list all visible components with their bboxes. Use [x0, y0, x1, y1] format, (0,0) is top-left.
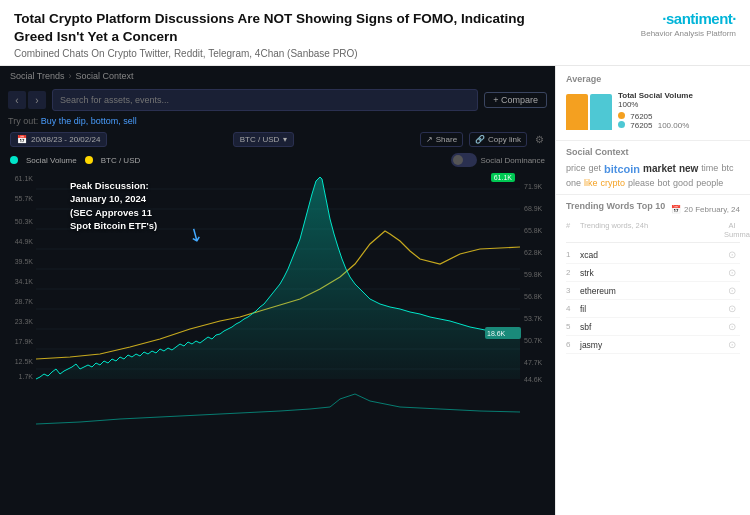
trending-title: Trending Words Top 10 — [566, 201, 665, 211]
link-icon: 🔗 — [475, 135, 485, 144]
try-out-bar: Try out: Buy the dip, bottom, sell — [0, 114, 555, 128]
sw-bot[interactable]: bot — [658, 178, 671, 188]
sw-price[interactable]: price — [566, 163, 586, 175]
svg-text:55.7K: 55.7K — [15, 195, 34, 202]
trending-header: Trending Words Top 10 📅 20 February, 24 — [566, 201, 740, 217]
chart-actions: ↗ Share 🔗 Copy link ⚙ — [420, 132, 545, 147]
avg-bars — [566, 90, 612, 130]
social-context-section: Social Context price get bitcoin market … — [556, 141, 750, 195]
dot-cyan — [618, 121, 625, 128]
chart-date-range[interactable]: 📅 20/08/23 - 20/02/24 — [10, 132, 107, 147]
svg-text:39.5K: 39.5K — [15, 258, 34, 265]
legend-btcusd-dot — [85, 156, 93, 164]
calendar-icon: 📅 — [17, 135, 27, 144]
share-label: Share — [436, 135, 457, 144]
tr-num-3: 3 — [566, 286, 580, 295]
trending-row-3: 3 ethereum ⊙ — [566, 282, 740, 300]
trending-row-2: 2 strk ⊙ — [566, 264, 740, 282]
sw-market[interactable]: market — [643, 163, 676, 175]
tr-icon-2[interactable]: ⊙ — [724, 267, 740, 278]
compare-button[interactable]: + Compare — [484, 92, 547, 108]
chart-pair[interactable]: BTC / USD ▾ — [233, 132, 295, 147]
settings-icon[interactable]: ⚙ — [533, 134, 545, 146]
average-section: Average Total Social Volume 100% 76205 7… — [556, 66, 750, 141]
legend-left: Social Volume BTC / USD — [10, 156, 140, 165]
sw-people[interactable]: people — [696, 178, 723, 188]
sw-please[interactable]: please — [628, 178, 655, 188]
annotation-peak-label: Peak Discussion: — [70, 180, 149, 191]
brand-name: santiment — [666, 10, 732, 27]
peak-value-badge: 61.1K — [491, 173, 515, 182]
breadcrumb-social-trends[interactable]: Social Trends — [10, 71, 65, 81]
sw-get[interactable]: get — [589, 163, 602, 175]
svg-text:62.8K: 62.8K — [524, 249, 543, 256]
mini-chart — [0, 389, 555, 429]
avg-info: Total Social Volume 100% 76205 76205 100… — [618, 91, 693, 130]
nav-back-button[interactable]: ‹ — [8, 91, 26, 109]
sw-crypto[interactable]: crypto — [601, 178, 626, 188]
annotation-detail: January 10, 2024(SEC Approves 11Spot Bit… — [70, 193, 157, 231]
chart-legend: Social Volume BTC / USD Social Dominance — [0, 151, 555, 169]
tr-num-5: 5 — [566, 322, 580, 331]
tr-icon-1[interactable]: ⊙ — [724, 249, 740, 260]
trending-columns: # Trending words, 24h AI Summary — [566, 221, 740, 243]
tr-icon-4[interactable]: ⊙ — [724, 303, 740, 314]
tr-word-4[interactable]: fil — [580, 304, 724, 314]
svg-text:47.7K: 47.7K — [524, 359, 543, 366]
breadcrumb: Social Trends › Social Context — [0, 66, 555, 86]
breadcrumb-social-context[interactable]: Social Context — [76, 71, 134, 81]
svg-text:68.9K: 68.9K — [524, 205, 543, 212]
sw-new[interactable]: new — [679, 163, 698, 175]
try-out-link[interactable]: Buy the dip, bottom, sell — [41, 116, 137, 126]
sw-time[interactable]: time — [701, 163, 718, 175]
chart-header: 📅 20/08/23 - 20/02/24 BTC / USD ▾ ↗ Shar… — [0, 128, 555, 151]
svg-text:59.8K: 59.8K — [524, 271, 543, 278]
sw-btc[interactable]: btc — [721, 163, 733, 175]
tr-word-2[interactable]: strk — [580, 268, 724, 278]
brand-tagline: Behavior Analysis Platform — [641, 29, 736, 38]
chart-annotation: Peak Discussion: January 10, 2024(SEC Ap… — [70, 179, 157, 232]
trending-row-4: 4 fil ⊙ — [566, 300, 740, 318]
svg-text:56.8K: 56.8K — [524, 293, 543, 300]
page-title: Total Crypto Platform Discussions Are NO… — [14, 10, 544, 45]
sw-bitcoin[interactable]: bitcoin — [604, 163, 640, 175]
col-ai: AI Summary — [724, 221, 740, 239]
tr-word-6[interactable]: jasmy — [580, 340, 724, 350]
copy-link-button[interactable]: 🔗 Copy link — [469, 132, 527, 147]
svg-text:61.1K: 61.1K — [15, 175, 34, 182]
chart-svg-area: Peak Discussion: January 10, 2024(SEC Ap… — [0, 169, 555, 389]
tr-word-3[interactable]: ethereum — [580, 286, 724, 296]
svg-text:34.1K: 34.1K — [15, 278, 34, 285]
svg-text:50.7K: 50.7K — [524, 337, 543, 344]
sw-good[interactable]: good — [673, 178, 693, 188]
avg-pct: 100% — [618, 100, 693, 109]
svg-text:18.6K: 18.6K — [487, 330, 506, 337]
svg-text:17.9K: 17.9K — [15, 338, 34, 345]
social-dominance-toggle[interactable] — [451, 153, 477, 167]
breadcrumb-separator: › — [69, 71, 72, 81]
average-title: Average — [566, 74, 740, 84]
social-dominance-toggle-area: Social Dominance — [451, 153, 545, 167]
pair-arrow-icon: ▾ — [283, 135, 287, 144]
col-word: Trending words, 24h — [580, 221, 724, 239]
svg-text:50.3K: 50.3K — [15, 218, 34, 225]
tr-icon-3[interactable]: ⊙ — [724, 285, 740, 296]
brand-logo: ·santiment· — [662, 10, 736, 27]
search-input[interactable] — [52, 89, 478, 111]
nav-forward-button[interactable]: › — [28, 91, 46, 109]
tr-word-1[interactable]: xcad — [580, 250, 724, 260]
social-context-title: Social Context — [566, 147, 740, 157]
brand-dot2: · — [732, 10, 736, 27]
legend-social-volume-dot — [10, 156, 18, 164]
tr-icon-6[interactable]: ⊙ — [724, 339, 740, 350]
share-button[interactable]: ↗ Share — [420, 132, 463, 147]
page-subtitle: Combined Chats On Crypto Twitter, Reddit… — [14, 48, 641, 59]
trending-row-5: 5 sbf ⊙ — [566, 318, 740, 336]
sw-one[interactable]: one — [566, 178, 581, 188]
sw-like[interactable]: like — [584, 178, 598, 188]
tr-num-2: 2 — [566, 268, 580, 277]
tr-word-5[interactable]: sbf — [580, 322, 724, 332]
trending-date: 📅 20 February, 24 — [671, 205, 740, 214]
tr-icon-5[interactable]: ⊙ — [724, 321, 740, 332]
avg-total-label: Total Social Volume — [618, 91, 693, 100]
